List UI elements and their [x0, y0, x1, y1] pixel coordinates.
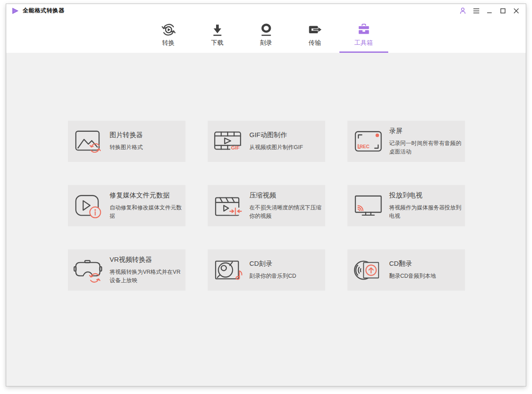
- card-title: 录屏: [389, 127, 462, 135]
- tab-convert[interactable]: 转换: [144, 17, 193, 53]
- svg-text:REC: REC: [359, 143, 370, 149]
- card-subtitle: 自动修复和修改媒体文件元数据: [110, 204, 183, 220]
- card-title: 压缩视频: [249, 191, 323, 200]
- tab-toolbox[interactable]: 工具箱: [339, 17, 388, 53]
- toolbox-icon: [357, 22, 371, 37]
- card-cd-burn[interactable]: CD刻录 刻录你的音乐到CD: [208, 249, 325, 291]
- close-icon: [513, 8, 520, 14]
- download-icon: [210, 22, 225, 37]
- app-window: 全能格式转换器: [6, 4, 526, 386]
- cd-rip-icon: [347, 256, 389, 284]
- card-vr-converter[interactable]: VR视频转换器 将视频转换为VR格式并在VR设备上放映: [68, 249, 185, 291]
- card-title: CD刻录: [249, 260, 323, 268]
- tab-download[interactable]: 下载: [193, 17, 242, 53]
- app-title: 全能格式转换器: [23, 7, 65, 15]
- gif-maker-icon: GIF: [208, 128, 249, 155]
- toolbox-panel: 图片转换器 转换图片格式 GIF GIF动图制: [6, 53, 526, 386]
- tab-label: 工具箱: [355, 39, 373, 47]
- app-logo-icon: [12, 7, 19, 15]
- tab-label: 刻录: [260, 39, 272, 47]
- vr-converter-icon: [68, 256, 110, 284]
- menu-button[interactable]: [471, 5, 481, 16]
- hamburger-icon: [473, 7, 480, 15]
- account-button[interactable]: [457, 5, 468, 16]
- card-title: GIF动图制作: [249, 131, 323, 139]
- fix-metadata-icon: [68, 192, 110, 220]
- tab-label: 转换: [162, 39, 175, 47]
- tab-label: 下载: [211, 39, 224, 47]
- close-button[interactable]: [511, 5, 521, 16]
- card-subtitle: 在不损失清晰度的情况下压缩你的视频: [249, 204, 323, 220]
- maximize-icon: [500, 8, 506, 14]
- card-title: VR视频转换器: [110, 256, 183, 264]
- burn-icon: [259, 22, 273, 37]
- minimize-button[interactable]: [484, 5, 495, 16]
- card-subtitle: 从视频或图片制作GIF: [249, 143, 323, 151]
- user-icon: [459, 7, 466, 14]
- maximize-button[interactable]: [497, 5, 508, 16]
- card-compress-video[interactable]: 压缩视频 在不损失清晰度的情况下压缩你的视频: [208, 185, 325, 226]
- cd-burn-icon: [208, 256, 249, 284]
- card-fix-metadata[interactable]: 修复媒体文件元数据 自动修复和修改媒体文件元数据: [68, 185, 185, 226]
- tab-transfer[interactable]: 传输: [291, 17, 339, 53]
- compress-video-icon: [208, 192, 249, 220]
- card-title: 修复媒体文件元数据: [110, 191, 183, 200]
- cast-to-tv-icon: [347, 192, 389, 220]
- card-cast-to-tv[interactable]: 投放到电视 将视频作为媒体服务器投放到电视: [347, 185, 465, 226]
- card-subtitle: 刻录你的音乐到CD: [249, 272, 323, 280]
- card-title: CD翻录: [389, 260, 462, 268]
- screen-record-icon: REC: [347, 128, 389, 155]
- svg-text:GIF: GIF: [231, 145, 240, 150]
- card-subtitle: 翻录CD音频到本地: [389, 272, 462, 280]
- card-cd-rip[interactable]: CD翻录 翻录CD音频到本地: [347, 249, 465, 291]
- card-subtitle: 记录同一时间所有带有音频的桌面活动: [389, 139, 462, 155]
- tab-burn[interactable]: 刻录: [242, 17, 291, 53]
- minimize-icon: [486, 8, 493, 14]
- transfer-icon: [308, 22, 322, 37]
- card-subtitle: 转换图片格式: [110, 143, 183, 151]
- card-image-converter[interactable]: 图片转换器 转换图片格式: [68, 121, 185, 162]
- active-tab-underline: [339, 51, 388, 53]
- tool-grid: 图片转换器 转换图片格式 GIF GIF动图制: [68, 121, 526, 291]
- card-gif-maker[interactable]: GIF GIF动图制作 从视频或图片制作GIF: [208, 121, 325, 162]
- titlebar: 全能格式转换器: [6, 4, 526, 17]
- convert-icon: [162, 22, 176, 37]
- main-nav: 转换 下载 刻录: [6, 17, 526, 53]
- card-subtitle: 将视频作为媒体服务器投放到电视: [389, 204, 462, 220]
- card-subtitle: 将视频转换为VR格式并在VR设备上放映: [110, 268, 183, 284]
- card-title: 投放到电视: [389, 191, 462, 200]
- image-converter-icon: [68, 128, 110, 155]
- tab-label: 传输: [309, 39, 321, 47]
- card-screen-record[interactable]: REC 录屏 记录同一时间所有带有音频的桌面活动: [347, 121, 465, 162]
- card-title: 图片转换器: [110, 131, 183, 139]
